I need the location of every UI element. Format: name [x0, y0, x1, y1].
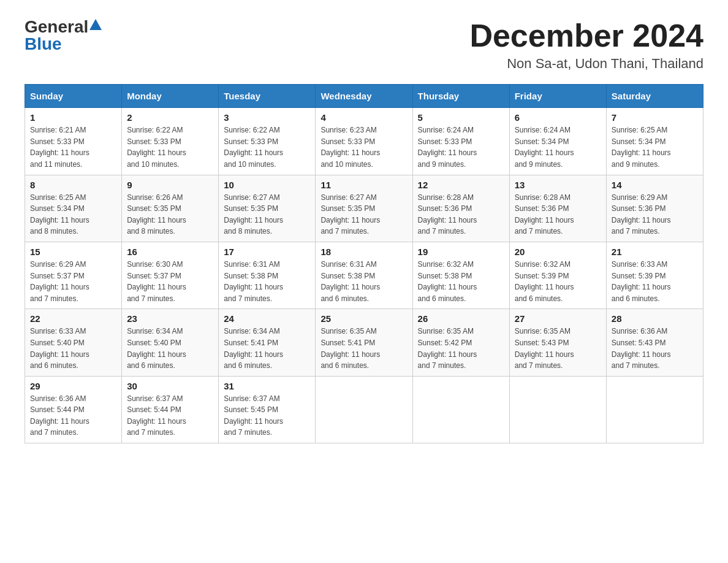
day-cell: 18 Sunrise: 6:31 AMSunset: 5:38 PMDaylig… — [316, 242, 412, 308]
day-info: Sunrise: 6:24 AMSunset: 5:34 PMDaylight:… — [515, 126, 574, 169]
day-number: 26 — [418, 313, 504, 324]
day-cell: 22 Sunrise: 6:33 AMSunset: 5:40 PMDaylig… — [25, 309, 122, 376]
day-number: 8 — [30, 180, 116, 190]
day-cell: 3 Sunrise: 6:22 AMSunset: 5:33 PMDayligh… — [219, 108, 316, 175]
day-info: Sunrise: 6:28 AMSunset: 5:36 PMDaylight:… — [515, 193, 574, 236]
header-cell-tuesday: Tuesday — [219, 85, 316, 108]
day-number: 30 — [127, 381, 213, 391]
logo-general: General — [25, 18, 88, 36]
calendar-title: December 2024 — [469, 18, 703, 53]
day-cell: 24 Sunrise: 6:34 AMSunset: 5:41 PMDaylig… — [219, 309, 316, 376]
logo-blue: Blue — [25, 36, 62, 53]
day-cell: 5 Sunrise: 6:24 AMSunset: 5:33 PMDayligh… — [412, 108, 509, 175]
day-info: Sunrise: 6:24 AMSunset: 5:33 PMDaylight:… — [418, 126, 477, 169]
day-cell: 13 Sunrise: 6:28 AMSunset: 5:36 PMDaylig… — [509, 175, 606, 242]
day-number: 23 — [127, 313, 213, 324]
day-number: 11 — [320, 180, 407, 190]
header-cell-monday: Monday — [122, 85, 219, 108]
day-number: 21 — [612, 247, 698, 257]
day-cell: 19 Sunrise: 6:32 AMSunset: 5:38 PMDaylig… — [412, 242, 509, 308]
day-info: Sunrise: 6:26 AMSunset: 5:35 PMDaylight:… — [127, 193, 186, 236]
day-info: Sunrise: 6:33 AMSunset: 5:40 PMDaylight:… — [30, 327, 89, 370]
day-number: 22 — [30, 313, 116, 324]
day-number: 14 — [612, 180, 698, 190]
day-cell: 29 Sunrise: 6:36 AMSunset: 5:44 PMDaylig… — [25, 376, 122, 443]
day-info: Sunrise: 6:25 AMSunset: 5:34 PMDaylight:… — [30, 193, 89, 236]
day-cell: 1 Sunrise: 6:21 AMSunset: 5:33 PMDayligh… — [25, 108, 122, 175]
day-number: 18 — [320, 247, 407, 257]
day-info: Sunrise: 6:32 AMSunset: 5:38 PMDaylight:… — [418, 260, 477, 303]
day-number: 29 — [30, 381, 116, 391]
header-row: SundayMondayTuesdayWednesdayThursdayFrid… — [25, 85, 703, 108]
day-number: 12 — [418, 180, 504, 190]
day-info: Sunrise: 6:35 AMSunset: 5:41 PMDaylight:… — [320, 327, 380, 370]
day-info: Sunrise: 6:37 AMSunset: 5:44 PMDaylight:… — [127, 394, 186, 437]
day-cell: 30 Sunrise: 6:37 AMSunset: 5:44 PMDaylig… — [122, 376, 219, 443]
week-row-2: 8 Sunrise: 6:25 AMSunset: 5:34 PMDayligh… — [25, 175, 703, 242]
day-number: 15 — [30, 247, 116, 257]
day-number: 7 — [612, 112, 698, 123]
day-number: 3 — [224, 112, 310, 123]
day-info: Sunrise: 6:36 AMSunset: 5:43 PMDaylight:… — [612, 327, 671, 370]
day-info: Sunrise: 6:32 AMSunset: 5:39 PMDaylight:… — [515, 260, 574, 303]
day-cell: 26 Sunrise: 6:35 AMSunset: 5:42 PMDaylig… — [412, 309, 509, 376]
header-cell-sunday: Sunday — [25, 85, 122, 108]
day-cell: 15 Sunrise: 6:29 AMSunset: 5:37 PMDaylig… — [25, 242, 122, 308]
day-info: Sunrise: 6:22 AMSunset: 5:33 PMDaylight:… — [127, 126, 186, 169]
week-row-5: 29 Sunrise: 6:36 AMSunset: 5:44 PMDaylig… — [25, 376, 703, 443]
day-cell: 2 Sunrise: 6:22 AMSunset: 5:33 PMDayligh… — [122, 108, 219, 175]
day-number: 31 — [224, 381, 310, 391]
day-number: 10 — [224, 180, 310, 190]
day-info: Sunrise: 6:21 AMSunset: 5:33 PMDaylight:… — [30, 126, 89, 169]
day-cell: 27 Sunrise: 6:35 AMSunset: 5:43 PMDaylig… — [509, 309, 606, 376]
day-info: Sunrise: 6:29 AMSunset: 5:36 PMDaylight:… — [612, 193, 671, 236]
day-number: 9 — [127, 180, 213, 190]
header-cell-wednesday: Wednesday — [316, 85, 412, 108]
day-cell: 20 Sunrise: 6:32 AMSunset: 5:39 PMDaylig… — [509, 242, 606, 308]
day-number: 16 — [127, 247, 213, 257]
day-info: Sunrise: 6:27 AMSunset: 5:35 PMDaylight:… — [224, 193, 283, 236]
day-number: 5 — [418, 112, 504, 123]
week-row-1: 1 Sunrise: 6:21 AMSunset: 5:33 PMDayligh… — [25, 108, 703, 175]
day-cell: 12 Sunrise: 6:28 AMSunset: 5:36 PMDaylig… — [412, 175, 509, 242]
day-number: 13 — [515, 180, 601, 190]
day-info: Sunrise: 6:35 AMSunset: 5:42 PMDaylight:… — [418, 327, 477, 370]
header-cell-thursday: Thursday — [412, 85, 509, 108]
day-cell — [509, 376, 606, 443]
day-cell — [316, 376, 412, 443]
day-number: 17 — [224, 247, 310, 257]
day-info: Sunrise: 6:22 AMSunset: 5:33 PMDaylight:… — [224, 126, 283, 169]
day-cell — [606, 376, 703, 443]
day-number: 28 — [612, 313, 698, 324]
day-cell: 8 Sunrise: 6:25 AMSunset: 5:34 PMDayligh… — [25, 175, 122, 242]
title-area: December 2024 Non Sa-at, Udon Thani, Tha… — [469, 18, 703, 72]
day-info: Sunrise: 6:31 AMSunset: 5:38 PMDaylight:… — [320, 260, 380, 303]
day-info: Sunrise: 6:28 AMSunset: 5:36 PMDaylight:… — [418, 193, 477, 236]
week-row-3: 15 Sunrise: 6:29 AMSunset: 5:37 PMDaylig… — [25, 242, 703, 308]
calendar-table: SundayMondayTuesdayWednesdayThursdayFrid… — [25, 84, 703, 443]
day-number: 20 — [515, 247, 601, 257]
day-cell: 11 Sunrise: 6:27 AMSunset: 5:35 PMDaylig… — [316, 175, 412, 242]
day-cell: 4 Sunrise: 6:23 AMSunset: 5:33 PMDayligh… — [316, 108, 412, 175]
page-header: General Blue December 2024 Non Sa-at, Ud… — [25, 18, 703, 72]
day-info: Sunrise: 6:37 AMSunset: 5:45 PMDaylight:… — [224, 394, 283, 437]
calendar-subtitle: Non Sa-at, Udon Thani, Thailand — [469, 56, 703, 72]
day-info: Sunrise: 6:36 AMSunset: 5:44 PMDaylight:… — [30, 394, 89, 437]
day-number: 19 — [418, 247, 504, 257]
day-cell: 9 Sunrise: 6:26 AMSunset: 5:35 PMDayligh… — [122, 175, 219, 242]
day-cell: 23 Sunrise: 6:34 AMSunset: 5:40 PMDaylig… — [122, 309, 219, 376]
day-cell: 28 Sunrise: 6:36 AMSunset: 5:43 PMDaylig… — [606, 309, 703, 376]
day-number: 4 — [320, 112, 407, 123]
logo-triangle-icon — [89, 19, 102, 30]
header-cell-friday: Friday — [509, 85, 606, 108]
day-info: Sunrise: 6:29 AMSunset: 5:37 PMDaylight:… — [30, 260, 89, 303]
day-number: 2 — [127, 112, 213, 123]
logo: General Blue — [25, 18, 102, 53]
day-cell: 6 Sunrise: 6:24 AMSunset: 5:34 PMDayligh… — [509, 108, 606, 175]
day-info: Sunrise: 6:35 AMSunset: 5:43 PMDaylight:… — [515, 327, 574, 370]
day-number: 24 — [224, 313, 310, 324]
day-info: Sunrise: 6:27 AMSunset: 5:35 PMDaylight:… — [320, 193, 380, 236]
day-info: Sunrise: 6:30 AMSunset: 5:37 PMDaylight:… — [127, 260, 186, 303]
day-cell: 10 Sunrise: 6:27 AMSunset: 5:35 PMDaylig… — [219, 175, 316, 242]
day-cell: 21 Sunrise: 6:33 AMSunset: 5:39 PMDaylig… — [606, 242, 703, 308]
